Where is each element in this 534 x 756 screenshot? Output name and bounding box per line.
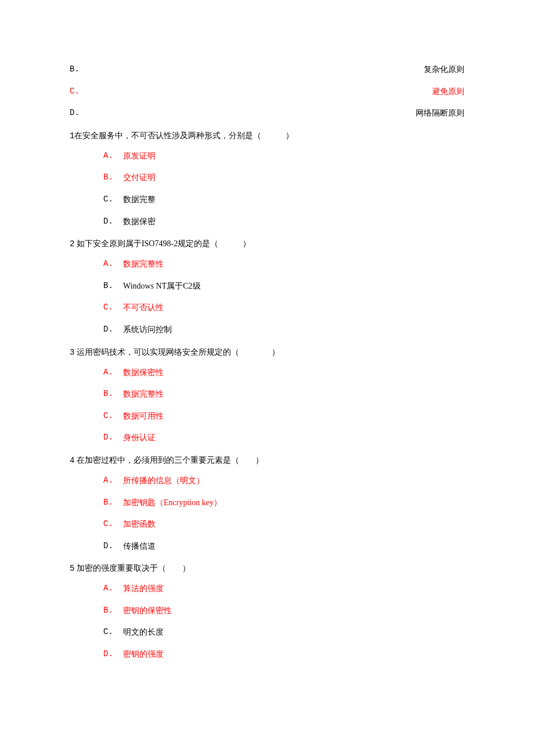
- option-row: A.原发证明: [103, 150, 464, 162]
- option-text: 避免原则: [432, 86, 464, 98]
- top-option-row: D. 网络隔断原则: [70, 107, 464, 119]
- option-text: 数据保密: [123, 216, 156, 228]
- option-text: 不可否认性: [123, 302, 164, 314]
- option-row: C.数据完整: [103, 194, 464, 206]
- option-letter: A.: [103, 475, 123, 487]
- option-row: B.加密钥匙（Encryption key）: [103, 497, 464, 509]
- option-letter: B.: [103, 497, 123, 509]
- option-letter: C.: [103, 302, 123, 314]
- option-letter: C.: [103, 194, 123, 206]
- option-letter: B.: [103, 280, 123, 292]
- question-stem: 在安全服务中，不可否认性涉及两种形式，分别是（ ）: [74, 131, 294, 140]
- option-list: A.算法的强度 B.密钥的保密性 C.明文的长度 D.密钥的强度: [70, 583, 464, 660]
- option-letter: D.: [103, 649, 123, 660]
- option-letter: A.: [103, 367, 123, 379]
- question-text: 4 在加密过程中，必须用到的三个重要元素是（ ）: [70, 454, 464, 467]
- option-text: 传播信道: [123, 541, 156, 552]
- option-text: 网络隔断原则: [416, 107, 464, 119]
- option-letter: B.: [103, 605, 123, 617]
- option-text: 明文的长度: [123, 627, 164, 638]
- option-text: 加密函数: [123, 519, 156, 530]
- option-text: 数据完整性: [123, 388, 164, 400]
- option-list: A.所传播的信息（明文） B.加密钥匙（Encryption key） C.加密…: [70, 475, 464, 552]
- top-option-row: B. 复杂化原则: [70, 64, 464, 75]
- option-text: 数据可用性: [123, 411, 164, 422]
- question-block: 4 在加密过程中，必须用到的三个重要元素是（ ） A.所传播的信息（明文） B.…: [70, 454, 464, 552]
- question-block: 1在安全服务中，不可否认性涉及两种形式，分别是（ ） A.原发证明 B.交付证明…: [70, 129, 464, 227]
- option-row: D.系统访问控制: [103, 324, 464, 336]
- option-row: A.算法的强度: [103, 583, 464, 595]
- option-list: A.原发证明 B.交付证明 C.数据完整 D.数据保密: [70, 150, 464, 227]
- option-row: C.明文的长度: [103, 627, 464, 638]
- option-text: 加密钥匙（Encryption key）: [123, 497, 222, 509]
- option-letter: D.: [103, 216, 123, 228]
- option-row: B.密钥的保密性: [103, 605, 464, 617]
- option-text: 数据完整性: [123, 258, 164, 270]
- question-stem: 如下安全原则属于ISO7498-2规定的是（ ）: [74, 239, 251, 248]
- option-letter: A.: [103, 583, 123, 595]
- option-row: C.加密函数: [103, 519, 464, 530]
- option-letter: C.: [70, 86, 87, 98]
- question-text: 2 如下安全原则属于ISO7498-2规定的是（ ）: [70, 237, 464, 250]
- question-text: 5 加密的强度重要取决于（ ）: [70, 562, 464, 575]
- option-text: 原发证明: [123, 150, 156, 162]
- option-row: C.数据可用性: [103, 411, 464, 422]
- option-text: 数据完整: [123, 194, 156, 206]
- option-row: A.所传播的信息（明文）: [103, 475, 464, 487]
- option-text: 密钥的保密性: [123, 605, 172, 617]
- question-stem: 运用密码技术，可以实现网络安全所规定的（ ）: [74, 348, 280, 357]
- top-option-block: B. 复杂化原则 C. 避免原则 D. 网络隔断原则: [70, 64, 464, 119]
- option-letter: B.: [103, 172, 123, 183]
- option-list: A.数据完整性 B.Windows NT属于C2级 C.不可否认性 D.系统访问…: [70, 258, 464, 335]
- option-text: 所传播的信息（明文）: [123, 475, 204, 487]
- option-list: A.数据保密性 B.数据完整性 C.数据可用性 D.身份认证: [70, 367, 464, 444]
- option-text: 系统访问控制: [123, 324, 172, 336]
- question-block: 3 运用密码技术，可以实现网络安全所规定的（ ） A.数据保密性 B.数据完整性…: [70, 346, 464, 444]
- option-letter: B.: [103, 388, 123, 400]
- option-row: D.身份认证: [103, 432, 464, 444]
- option-row: A.数据完整性: [103, 258, 464, 270]
- option-row: C.不可否认性: [103, 302, 464, 314]
- option-text: 交付证明: [123, 172, 156, 183]
- option-row: D.传播信道: [103, 541, 464, 552]
- option-row: D.密钥的强度: [103, 649, 464, 660]
- option-text: 算法的强度: [123, 583, 164, 595]
- option-row: B.交付证明: [103, 172, 464, 183]
- option-letter: C.: [103, 519, 123, 530]
- option-letter: A.: [103, 150, 123, 162]
- question-stem: 在加密过程中，必须用到的三个重要元素是（ ）: [74, 456, 264, 465]
- option-letter: A.: [103, 258, 123, 270]
- option-letter: D.: [103, 541, 123, 552]
- option-letter: C.: [103, 627, 123, 638]
- option-text: 身份认证: [123, 432, 156, 444]
- document-page: B. 复杂化原则 C. 避免原则 D. 网络隔断原则 1在安全服务中，不可否认性…: [0, 0, 534, 729]
- question-text: 1在安全服务中，不可否认性涉及两种形式，分别是（ ）: [70, 129, 464, 142]
- option-row: D.数据保密: [103, 216, 464, 228]
- option-row: B.数据完整性: [103, 388, 464, 400]
- option-text: 数据保密性: [123, 367, 164, 379]
- question-block: 2 如下安全原则属于ISO7498-2规定的是（ ） A.数据完整性 B.Win…: [70, 237, 464, 335]
- option-letter: C.: [103, 411, 123, 422]
- option-text: 密钥的强度: [123, 649, 164, 660]
- option-row: B.Windows NT属于C2级: [103, 280, 464, 292]
- option-row: A.数据保密性: [103, 367, 464, 379]
- option-letter: D.: [103, 324, 123, 336]
- question-stem: 加密的强度重要取决于（ ）: [74, 564, 190, 573]
- top-option-row: C. 避免原则: [70, 86, 464, 98]
- option-letter: D.: [70, 107, 87, 119]
- option-text: Windows NT属于C2级: [123, 280, 201, 292]
- option-letter: B.: [70, 64, 87, 75]
- option-text: 复杂化原则: [424, 64, 464, 75]
- question-block: 5 加密的强度重要取决于（ ） A.算法的强度 B.密钥的保密性 C.明文的长度…: [70, 562, 464, 660]
- option-letter: D.: [103, 432, 123, 444]
- question-text: 3 运用密码技术，可以实现网络安全所规定的（ ）: [70, 346, 464, 359]
